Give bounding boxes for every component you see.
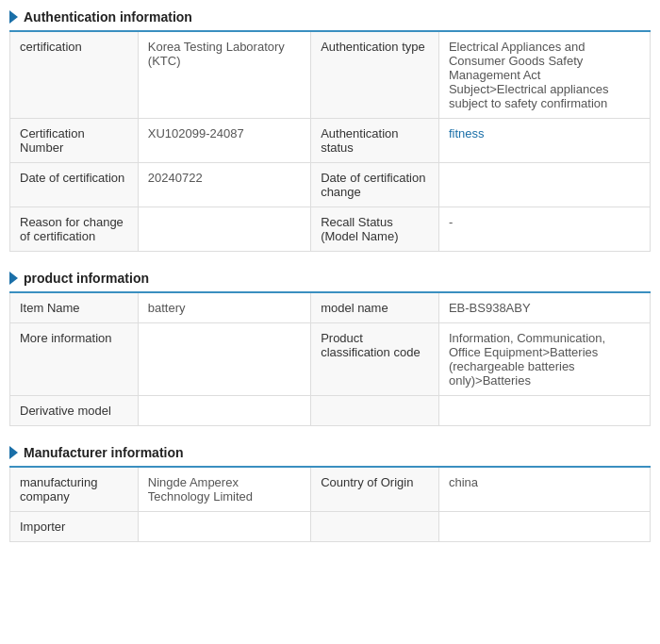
label-cell: Authentication type: [311, 31, 439, 119]
value-cell: [438, 396, 650, 426]
value-cell: [138, 207, 310, 252]
value-cell: [138, 323, 310, 396]
value-cell: fitness: [438, 119, 650, 163]
table-row: CertificationNumber XU102099-24087 Authe…: [10, 119, 651, 163]
value-cell: XU102099-24087: [138, 119, 310, 163]
table-row: Importer: [10, 512, 651, 542]
value-cell: Information, Communication, Office Equip…: [438, 323, 650, 396]
label-cell: Importer: [10, 512, 139, 542]
product-table: Item Name battery model name EB-BS938ABY…: [9, 291, 651, 426]
label-cell: Item Name: [10, 292, 139, 323]
table-row: Item Name battery model name EB-BS938ABY: [10, 292, 651, 323]
label-cell: Reason for change of certification: [10, 207, 139, 252]
table-row: manufacturing company Ningde Amperex Tec…: [10, 467, 651, 512]
label-cell: CertificationNumber: [10, 119, 139, 163]
triangle-icon: [9, 10, 18, 24]
manufacturer-header: Manufacturer information: [9, 445, 651, 460]
value-cell: -: [438, 207, 650, 252]
authentication-table: certification Korea Testing Laboratory (…: [9, 30, 651, 252]
fitness-link[interactable]: fitness: [449, 126, 485, 140]
label-cell: Country of Origin: [311, 467, 439, 512]
label-cell: manufacturing company: [10, 467, 139, 512]
label-cell: [311, 512, 439, 542]
manufacturer-table: manufacturing company Ningde Amperex Tec…: [9, 466, 651, 542]
value-cell: [138, 512, 310, 542]
label-cell: Date of certification change: [311, 163, 439, 207]
manufacturer-title: Manufacturer information: [24, 445, 184, 460]
table-row: More information Product classification …: [10, 323, 651, 396]
authentication-header: Authentication information: [9, 9, 651, 25]
table-row: certification Korea Testing Laboratory (…: [10, 31, 651, 119]
value-cell: EB-BS938ABY: [438, 292, 650, 323]
label-cell: Derivative model: [10, 396, 139, 426]
label-cell: Authenticationstatus: [311, 119, 439, 163]
value-cell: [138, 396, 310, 426]
product-title: product information: [24, 271, 149, 286]
label-cell: model name: [311, 292, 439, 323]
label-cell: Product classification code: [311, 323, 439, 396]
label-cell: Recall Status (Model Name): [311, 207, 439, 252]
value-cell: 20240722: [138, 163, 310, 207]
label-cell: More information: [10, 323, 139, 396]
triangle-icon: [9, 272, 18, 285]
table-row: Date of certification 20240722 Date of c…: [10, 163, 651, 207]
authentication-section: Authentication information certification…: [9, 9, 651, 252]
value-cell: [438, 512, 650, 542]
table-row: Reason for change of certification Recal…: [10, 207, 651, 252]
triangle-icon: [9, 446, 18, 459]
table-row: Derivative model: [10, 396, 651, 426]
product-section: product information Item Name battery mo…: [9, 271, 651, 426]
value-cell: Electrical Appliances and Consumer Goods…: [438, 31, 650, 119]
label-cell: [311, 396, 439, 426]
label-cell: Date of certification: [10, 163, 139, 207]
authentication-title: Authentication information: [24, 9, 192, 25]
value-cell: Korea Testing Laboratory (KTC): [138, 31, 310, 119]
product-header: product information: [9, 271, 651, 286]
manufacturer-section: Manufacturer information manufacturing c…: [9, 445, 651, 542]
value-cell: Ningde Amperex Technology Limited: [138, 467, 310, 512]
value-cell: [438, 163, 650, 207]
label-cell: certification: [10, 31, 139, 119]
value-cell: china: [438, 467, 650, 512]
value-cell: battery: [138, 292, 310, 323]
